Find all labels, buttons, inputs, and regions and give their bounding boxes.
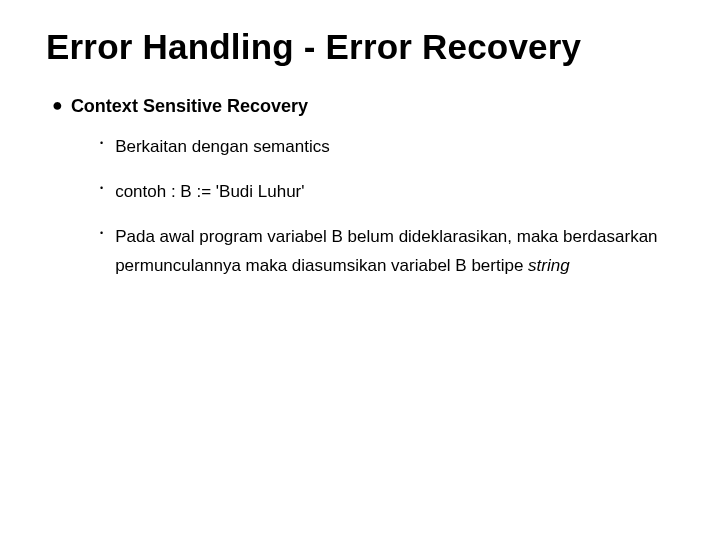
level2-text-main: Pada awal program variabel B belum didek… <box>115 227 657 275</box>
level1-text: Context Sensitive Recovery <box>71 95 308 118</box>
dot-icon: • <box>100 223 103 245</box>
level2-text-italic: string <box>528 256 570 275</box>
disc-icon: ● <box>52 95 63 117</box>
bullet-level1: ● Context Sensitive Recovery <box>52 95 674 118</box>
slide-title: Error Handling - Error Recovery <box>46 28 674 67</box>
dot-icon: • <box>100 133 103 155</box>
slide: Error Handling - Error Recovery ● Contex… <box>0 0 720 540</box>
level2-text: Pada awal program variabel B belum didek… <box>115 223 674 281</box>
bullet-level2: • Berkaitan dengan semantics <box>100 133 674 162</box>
level2-text: Berkaitan dengan semantics <box>115 133 330 162</box>
bullet-level2: • Pada awal program variabel B belum did… <box>100 223 674 281</box>
dot-icon: • <box>100 178 103 200</box>
level2-text: contoh : B := 'Budi Luhur' <box>115 178 304 207</box>
bullet-level2: • contoh : B := 'Budi Luhur' <box>100 178 674 207</box>
